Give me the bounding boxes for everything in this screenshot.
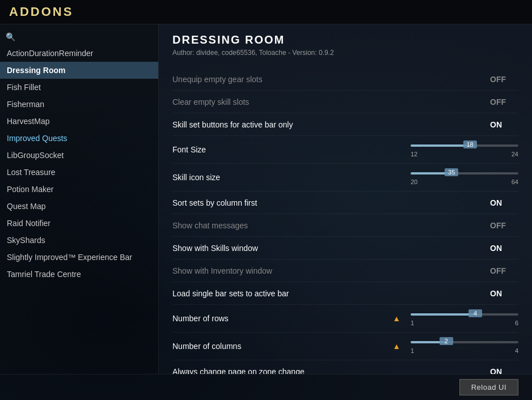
slider-container-num-cols: 214 (405, 338, 518, 354)
search-bar: 🔍 (0, 29, 158, 45)
setting-right-zone-change: ON (490, 367, 518, 375)
slider-min-skill-icon-size: 20 (411, 178, 417, 185)
sidebar-item-dressing-room[interactable]: Dressing Room (0, 62, 158, 79)
slider-max-num-rows: 6 (515, 320, 518, 326)
setting-row-load-single: Load single bar sets to active barON (172, 282, 518, 305)
setting-label-font-size: Font Size (172, 145, 405, 154)
sidebar-list: ActionDurationReminderDressing RoomFish … (0, 45, 158, 283)
slider-min-num-rows: 1 (411, 320, 414, 326)
slider-labels-num-cols: 14 (411, 347, 518, 354)
setting-right-sort-sets: ON (490, 198, 518, 207)
addon-author: Author: dividee, code65536, Toloache - V… (172, 49, 518, 57)
setting-row-show-skills: Show with Skills windowON (172, 237, 518, 259)
slider-track-skill-icon-size[interactable]: 35 (411, 169, 518, 177)
slider-min-font-size: 12 (411, 151, 417, 158)
slider-thumb-num-rows[interactable]: 4 (468, 309, 482, 317)
sidebar-item-quest-map[interactable]: Quest Map (0, 198, 158, 215)
right-panel: DRESSING ROOM Author: dividee, code65536… (159, 24, 532, 374)
sidebar: 🔍 ActionDurationReminderDressing RoomFis… (0, 24, 159, 374)
setting-right-skill-icon-size: 352064 (405, 169, 518, 185)
bottom-bar: Reload UI (0, 374, 532, 400)
sidebar-item-tamriel-trade[interactable]: Tamriel Trade Centre (0, 266, 158, 283)
warning-icon-num-rows: ▲ (392, 314, 400, 323)
setting-label-zone-change: Always change page on zone change (172, 367, 490, 375)
setting-right-show-skills: ON (490, 244, 518, 253)
sidebar-item-lost-treasure[interactable]: Lost Treasure (0, 164, 158, 181)
setting-value-unequip-gear[interactable]: OFF (490, 75, 518, 84)
slider-labels-num-rows: 16 (411, 320, 518, 326)
slider-thumb-font-size[interactable]: 18 (463, 141, 476, 148)
setting-value-show-skills[interactable]: ON (490, 244, 518, 253)
setting-value-skill-set-buttons[interactable]: ON (490, 120, 518, 129)
sidebar-item-lib-group-socket[interactable]: LibGroupSocket (0, 147, 158, 164)
slider-labels-skill-icon-size: 2064 (411, 178, 518, 185)
setting-row-sort-sets: Sort sets by column firstON (172, 192, 518, 214)
slider-track-num-rows[interactable]: 4 (411, 310, 518, 318)
setting-value-clear-skill[interactable]: OFF (490, 97, 518, 107)
slider-thumb-num-cols[interactable]: 2 (440, 337, 453, 345)
setting-row-num-rows: Number of rows▲416 (172, 305, 518, 333)
slider-max-num-cols: 4 (515, 347, 518, 354)
setting-label-unequip-gear: Unequip empty gear slots (172, 75, 490, 84)
setting-label-skill-set-buttons: Skill set buttons for active bar only (172, 120, 490, 129)
slider-min-num-cols: 1 (411, 347, 414, 354)
addon-title: DRESSING ROOM (172, 33, 518, 46)
slider-max-skill-icon-size: 64 (512, 178, 518, 185)
setting-label-show-skills: Show with Skills window (172, 244, 490, 253)
setting-row-show-inventory: Show with Inventory windowOFF (172, 259, 518, 282)
search-icon: 🔍 (6, 32, 15, 41)
slider-container-num-rows: 416 (405, 310, 518, 326)
setting-value-zone-change[interactable]: ON (490, 367, 518, 375)
settings-list: Unequip empty gear slotsOFFClear empty s… (172, 68, 518, 374)
sidebar-item-improved-quests[interactable]: Improved Quests (0, 130, 158, 147)
setting-label-show-inventory: Show with Inventory window (172, 266, 490, 275)
sidebar-item-fisherman[interactable]: Fisherman (0, 96, 158, 113)
sidebar-item-action-duration[interactable]: ActionDurationReminder (0, 45, 158, 62)
setting-label-sort-sets: Sort sets by column first (172, 198, 490, 207)
setting-label-skill-icon-size: Skill icon size (172, 173, 405, 182)
setting-row-clear-skill: Clear empty skill slotsOFF (172, 91, 518, 113)
setting-row-unequip-gear: Unequip empty gear slotsOFF (172, 68, 518, 91)
setting-right-unequip-gear: OFF (490, 75, 518, 84)
sidebar-item-harvest-map[interactable]: HarvestMap (0, 113, 158, 130)
slider-track-num-cols[interactable]: 2 (411, 338, 518, 346)
setting-right-num-cols: ▲214 (392, 338, 518, 354)
setting-right-clear-skill: OFF (490, 97, 518, 107)
setting-row-show-chat: Show chat messagesOFF (172, 214, 518, 237)
setting-value-show-inventory[interactable]: OFF (490, 266, 518, 275)
warning-icon-num-cols: ▲ (392, 342, 400, 351)
slider-track-font-size[interactable]: 18 (411, 142, 518, 150)
sidebar-item-raid-notifier[interactable]: Raid Notifier (0, 215, 158, 232)
setting-right-load-single: ON (490, 289, 518, 298)
setting-value-load-single[interactable]: ON (490, 289, 518, 298)
sidebar-item-sky-shards[interactable]: SkyShards (0, 232, 158, 249)
sidebar-item-potion-maker[interactable]: Potion Maker (0, 181, 158, 198)
setting-label-clear-skill: Clear empty skill slots (172, 97, 490, 107)
sidebar-item-fish-fillet[interactable]: Fish Fillet (0, 79, 158, 96)
setting-right-num-rows: ▲416 (392, 310, 518, 326)
setting-label-load-single: Load single bar sets to active bar (172, 289, 490, 298)
slider-container-skill-icon-size: 352064 (405, 169, 518, 185)
setting-right-font-size: 181224 (405, 142, 518, 158)
setting-label-show-chat: Show chat messages (172, 221, 490, 230)
slider-labels-font-size: 1224 (411, 151, 518, 158)
setting-row-font-size: Font Size181224 (172, 136, 518, 164)
slider-max-font-size: 24 (512, 151, 518, 158)
setting-label-num-rows: Number of rows (172, 314, 392, 323)
setting-row-skill-icon-size: Skill icon size352064 (172, 164, 518, 192)
setting-value-show-chat[interactable]: OFF (490, 221, 518, 230)
setting-row-num-cols: Number of columns▲214 (172, 333, 518, 360)
sidebar-item-slightly-improved[interactable]: Slightly Improved™ Experience Bar (0, 249, 158, 266)
setting-right-show-chat: OFF (490, 221, 518, 230)
setting-value-sort-sets[interactable]: ON (490, 198, 518, 207)
setting-label-num-cols: Number of columns (172, 342, 392, 351)
slider-container-font-size: 181224 (405, 142, 518, 158)
setting-right-show-inventory: OFF (490, 266, 518, 275)
app-title: ADDONS (9, 5, 523, 19)
slider-thumb-skill-icon-size[interactable]: 35 (445, 168, 458, 176)
setting-row-skill-set-buttons: Skill set buttons for active bar onlyON (172, 113, 518, 136)
setting-right-skill-set-buttons: ON (490, 120, 518, 129)
setting-row-zone-change: Always change page on zone changeON (172, 360, 518, 374)
reload-ui-button[interactable]: Reload UI (459, 379, 518, 395)
